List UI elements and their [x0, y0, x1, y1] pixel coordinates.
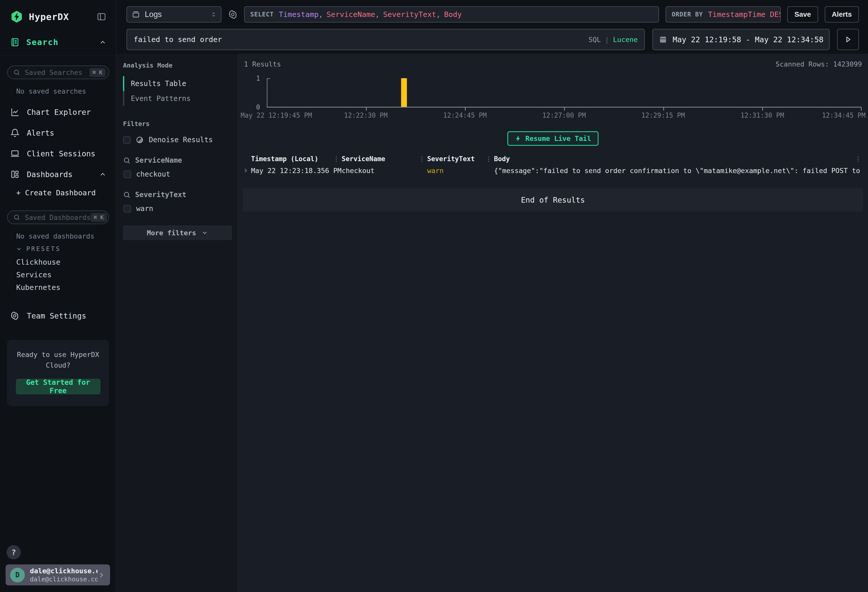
source-settings-gear-icon[interactable]: [228, 10, 238, 19]
run-query-button[interactable]: [837, 29, 859, 50]
sidebar-item-chart-explorer[interactable]: Chart Explorer: [0, 102, 116, 123]
filter-group-header[interactable]: ServiceName: [123, 156, 232, 164]
select-updown-icon: [210, 11, 217, 18]
bell-icon: [10, 128, 21, 137]
create-dashboard-button[interactable]: + Create Dashboard: [16, 185, 116, 201]
shortcut-badge: ⌘ K: [89, 68, 106, 77]
x-tick: [564, 108, 565, 111]
results-count: 1 Results: [244, 60, 281, 68]
presets-toggle[interactable]: PRESETS: [16, 242, 116, 256]
user-menu[interactable]: D dale@clickhouse.com dale@clickhouse.co…: [6, 564, 110, 585]
column-menu-icon[interactable]: ⋮: [416, 155, 427, 163]
search-icon: [123, 156, 131, 164]
language-sql-toggle[interactable]: SQL: [588, 36, 601, 44]
column-menu-icon[interactable]: ⋮: [331, 155, 342, 163]
calendar-icon: [659, 35, 667, 44]
filter-checkbox[interactable]: [124, 205, 131, 213]
no-saved-searches-note: No saved searches: [16, 87, 116, 95]
search-section-icon: [10, 37, 20, 47]
filter-group-severitytext: SeverityText warn: [123, 190, 232, 213]
sidebar-collapse-icon[interactable]: [96, 12, 106, 22]
chevron-up-icon: [99, 171, 106, 178]
filter-checkbox[interactable]: [124, 171, 131, 178]
search-row: failed to send order SQL | Lucene May 22…: [127, 25, 859, 54]
mode-event-patterns[interactable]: Event Patterns: [123, 91, 232, 106]
comma: ,: [319, 10, 323, 19]
analysis-mode-label: Analysis Mode: [123, 62, 232, 69]
more-filters-label: More filters: [147, 229, 196, 237]
help-button[interactable]: ?: [7, 545, 21, 560]
end-of-results-banner: End of Results: [243, 188, 863, 211]
saved-searches-input[interactable]: Saved Searches ⌘ K: [7, 65, 109, 79]
save-button[interactable]: Save: [787, 6, 818, 22]
time-range-value: May 22 12:19:58 - May 22 12:34:58: [673, 35, 824, 44]
x-tick-label: 12:22:30 PM: [344, 112, 387, 119]
x-axis-labels: May 22 12:19:45 PM 12:22:30 PM 12:24:45 …: [267, 112, 861, 121]
preset-item-kubernetes[interactable]: Kubernetes: [16, 281, 116, 294]
bolt-icon: [515, 135, 521, 142]
select-columns-input[interactable]: SELECT Timestamp, ServiceName, SeverityT…: [244, 6, 659, 22]
sidebar-item-search[interactable]: Search: [0, 30, 116, 56]
sidebar-item-label: Dashboards: [27, 170, 99, 179]
sidebar: HyperDX Search Saved Se: [0, 0, 117, 592]
sidebar-item-alerts[interactable]: Alerts: [0, 123, 116, 143]
chart-explorer-icon: [10, 107, 21, 117]
preset-item-clickhouse[interactable]: Clickhouse: [16, 256, 116, 269]
alerts-button[interactable]: Alerts: [825, 6, 859, 22]
play-icon: [844, 35, 852, 44]
filter-option-checkout[interactable]: checkout: [124, 170, 232, 179]
y-axis-top-tick: [267, 78, 270, 79]
x-tick: [762, 108, 763, 111]
filters-panel: Analysis Mode Results Table Event Patter…: [117, 54, 238, 592]
chevron-up-icon: [99, 38, 106, 46]
cloud-promo-card: Ready to use HyperDX Cloud? Get Started …: [7, 340, 109, 406]
x-tick-label: 12:31:30 PM: [741, 112, 784, 119]
results-histogram[interactable]: 1 0: [267, 78, 861, 108]
sidebar-item-client-sessions[interactable]: Client Sessions: [0, 143, 116, 164]
search-icon: [13, 214, 20, 221]
scanned-rows: Scanned Rows: 1423099: [776, 60, 862, 68]
sidebar-spacer: [0, 406, 116, 545]
preset-item-services[interactable]: Services: [16, 269, 116, 281]
chevron-right-icon: [97, 571, 106, 579]
topbar: Logs SELECT Timestamp, ServiceName, Seve…: [117, 0, 868, 54]
chevron-down-icon: [201, 229, 208, 236]
sidebar-item-label: Search: [26, 37, 99, 47]
order-by-input[interactable]: ORDER BY TimestampTime DESC: [666, 6, 781, 22]
mode-results-table[interactable]: Results Table: [123, 76, 232, 91]
laptop-icon: [10, 149, 21, 158]
filters-label: Filters: [123, 120, 232, 127]
select-field-servicename: ServiceName: [326, 10, 375, 19]
resume-live-tail-button[interactable]: Resume Live Tail: [507, 131, 598, 146]
results-panel: 1 Results Scanned Rows: 1423099 1 0: [238, 54, 868, 592]
x-tick-label: 12:34:45 PM: [822, 112, 865, 119]
source-select[interactable]: Logs: [127, 6, 221, 22]
denoise-results-option[interactable]: Denoise Results: [123, 136, 232, 144]
select-field-severitytext: SeverityText: [383, 10, 436, 19]
filter-group-header[interactable]: SeverityText: [123, 190, 232, 199]
column-menu-icon[interactable]: ⋮: [483, 155, 494, 163]
column-header-timestamp: Timestamp (Local): [251, 155, 331, 163]
x-tick: [861, 108, 862, 111]
histogram-bar[interactable]: [401, 78, 407, 107]
table-row[interactable]: May 22 12:23:18.356 PM checkout warn {"m…: [242, 165, 864, 176]
sidebar-item-dashboards[interactable]: Dashboards: [0, 164, 116, 185]
time-range-picker[interactable]: May 22 12:19:58 - May 22 12:34:58: [652, 29, 830, 50]
app-root: HyperDX Search Saved Se: [0, 0, 868, 592]
column-menu-icon[interactable]: ⋮: [853, 155, 864, 163]
saved-dashboards-input[interactable]: Saved Dashboards ⌘ K: [7, 211, 109, 224]
column-header-servicename: ServiceName: [342, 155, 416, 163]
select-keyword: SELECT: [250, 11, 274, 18]
results-table: Timestamp (Local) ⋮ ServiceName ⋮ Severi…: [242, 153, 864, 176]
row-expand-chevron-icon[interactable]: [242, 167, 251, 174]
mode-label: Results Table: [124, 76, 186, 91]
sidebar-item-team-settings[interactable]: Team Settings: [0, 306, 116, 326]
language-lucene-toggle[interactable]: Lucene: [613, 36, 638, 44]
more-filters-button[interactable]: More filters: [123, 226, 232, 240]
hyperdx-logo-icon: [10, 10, 23, 23]
filter-option-warn[interactable]: warn: [124, 204, 232, 213]
get-started-button[interactable]: Get Started for Free: [16, 379, 100, 394]
sidebar-item-label: Chart Explorer: [27, 108, 106, 117]
search-input[interactable]: failed to send order SQL | Lucene: [127, 29, 645, 50]
denoise-checkbox[interactable]: [123, 136, 131, 144]
